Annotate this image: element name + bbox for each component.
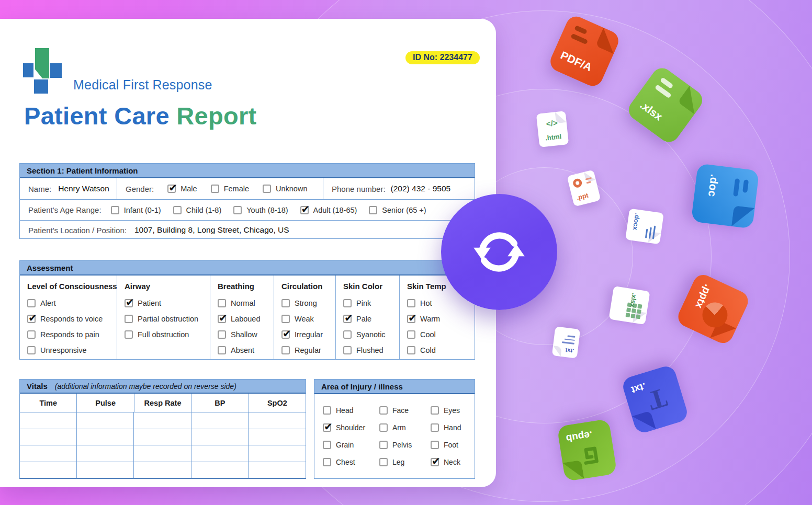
checkbox[interactable]: [27, 346, 36, 354]
checkbox[interactable]: [167, 185, 176, 193]
checkbox[interactable]: [281, 330, 290, 339]
injury-option-grain[interactable]: Grain: [323, 436, 379, 453]
checkbox[interactable]: [125, 330, 133, 339]
checkbox[interactable]: [323, 423, 331, 432]
name-value[interactable]: Henry Watson: [58, 184, 109, 193]
vitals-cell[interactable]: [249, 462, 306, 479]
gender-option-male[interactable]: Male: [167, 185, 197, 193]
age-option-infant[interactable]: Infant (0-1): [111, 206, 161, 214]
phone-field[interactable]: Phone number: (202) 432 - 9505: [323, 178, 475, 199]
option-full-obstruction[interactable]: Full obstruction: [125, 327, 205, 342]
injury-option-hand[interactable]: Hand: [431, 419, 475, 436]
injury-option-pelvis[interactable]: Pelvis: [379, 436, 431, 453]
name-field[interactable]: Name: Henry Watson: [20, 178, 117, 199]
injury-option-foot[interactable]: Foot: [431, 436, 475, 453]
option-alert[interactable]: Alert: [27, 295, 111, 311]
checkbox[interactable]: [379, 423, 388, 432]
option-irregular[interactable]: Irregular: [281, 327, 330, 342]
phone-value[interactable]: (202) 432 - 9505: [391, 184, 451, 193]
injury-option-leg[interactable]: Leg: [379, 453, 431, 470]
checkbox[interactable]: [173, 206, 182, 214]
option-weak[interactable]: Weak: [281, 311, 330, 327]
checkbox[interactable]: [281, 315, 290, 323]
checkbox[interactable]: [379, 406, 388, 415]
option-cool[interactable]: Cool: [407, 327, 469, 342]
checkbox[interactable]: [323, 441, 331, 449]
vitals-cell[interactable]: [20, 462, 77, 479]
checkbox[interactable]: [27, 330, 36, 339]
checkbox[interactable]: [218, 346, 226, 354]
gender-option-unknown[interactable]: Unknown: [263, 185, 307, 193]
checkbox[interactable]: [111, 206, 119, 214]
vitals-cell[interactable]: [134, 445, 191, 462]
checkbox[interactable]: [343, 299, 352, 307]
checkbox[interactable]: [407, 315, 415, 323]
checkbox[interactable]: [125, 315, 133, 323]
checkbox[interactable]: [211, 185, 219, 193]
injury-option-eyes[interactable]: Eyes: [431, 401, 475, 419]
vitals-cell[interactable]: [191, 462, 249, 479]
checkbox[interactable]: [323, 458, 331, 466]
injury-option-head[interactable]: Head: [323, 401, 379, 419]
vitals-cell[interactable]: [191, 429, 249, 446]
checkbox[interactable]: [379, 458, 388, 466]
option-laboued[interactable]: Laboued: [218, 311, 268, 327]
checkbox[interactable]: [343, 315, 352, 323]
checkbox[interactable]: [281, 346, 290, 354]
checkbox[interactable]: [125, 299, 133, 307]
checkbox[interactable]: [218, 330, 226, 339]
checkbox[interactable]: [431, 458, 439, 466]
injury-option-arm[interactable]: Arm: [379, 419, 431, 436]
checkbox[interactable]: [407, 330, 415, 339]
option-pale[interactable]: Pale: [343, 311, 394, 327]
option-absent[interactable]: Absent: [218, 342, 268, 358]
location-field[interactable]: Patient's Location / Position: 1007, Bui…: [20, 221, 475, 239]
vitals-cell[interactable]: [134, 429, 191, 446]
checkbox[interactable]: [369, 206, 377, 214]
option-regular[interactable]: Regular: [281, 342, 330, 358]
injury-option-face[interactable]: Face: [379, 401, 431, 419]
checkbox[interactable]: [407, 346, 415, 354]
vitals-cell[interactable]: [77, 462, 134, 479]
vitals-cell[interactable]: [77, 445, 134, 462]
vitals-cell[interactable]: [20, 445, 77, 462]
vitals-cell[interactable]: [77, 429, 134, 446]
vitals-cell[interactable]: [20, 429, 77, 446]
injury-option-shoulder[interactable]: Shoulder: [323, 419, 379, 436]
age-option-senior[interactable]: Senior (65 +): [369, 206, 426, 214]
convert-sync-button[interactable]: [441, 194, 557, 310]
age-option-youth[interactable]: Youth (8-18): [233, 206, 288, 214]
checkbox[interactable]: [343, 346, 352, 354]
checkbox[interactable]: [218, 315, 226, 323]
checkbox[interactable]: [300, 206, 309, 214]
injury-option-neck[interactable]: Neck: [431, 453, 475, 470]
checkbox[interactable]: [281, 299, 290, 307]
vitals-cell[interactable]: [134, 412, 191, 429]
option-partial-obstruction[interactable]: Partial obstruction: [125, 311, 205, 327]
option-patient[interactable]: Patient: [125, 295, 205, 311]
checkbox[interactable]: [379, 441, 388, 449]
location-value[interactable]: 1007, Building 8, Long Street, Chicago, …: [134, 225, 289, 235]
option-syanotic[interactable]: Syanotic: [343, 327, 394, 342]
vitals-cell[interactable]: [249, 429, 306, 446]
option-flushed[interactable]: Flushed: [343, 342, 394, 358]
option-unresponsive[interactable]: Unresponsive: [27, 342, 111, 358]
option-responds-to-pain[interactable]: Responds to pain: [27, 327, 111, 342]
vitals-cell[interactable]: [249, 412, 306, 429]
option-responds-to-voice[interactable]: Responds to voice: [27, 311, 111, 327]
checkbox[interactable]: [431, 441, 439, 449]
option-hot[interactable]: Hot: [407, 295, 469, 311]
checkbox[interactable]: [27, 299, 36, 307]
checkbox[interactable]: [323, 406, 331, 415]
vitals-cell[interactable]: [77, 412, 134, 429]
option-pink[interactable]: Pink: [343, 295, 394, 311]
injury-option-chest[interactable]: Chest: [323, 453, 379, 470]
vitals-cell[interactable]: [191, 445, 249, 462]
checkbox[interactable]: [431, 423, 439, 432]
vitals-cell[interactable]: [134, 462, 191, 479]
checkbox[interactable]: [343, 330, 352, 339]
checkbox[interactable]: [263, 185, 271, 193]
checkbox[interactable]: [27, 315, 36, 323]
age-option-adult[interactable]: Adult (18-65): [300, 206, 357, 214]
vitals-cell[interactable]: [191, 412, 249, 429]
